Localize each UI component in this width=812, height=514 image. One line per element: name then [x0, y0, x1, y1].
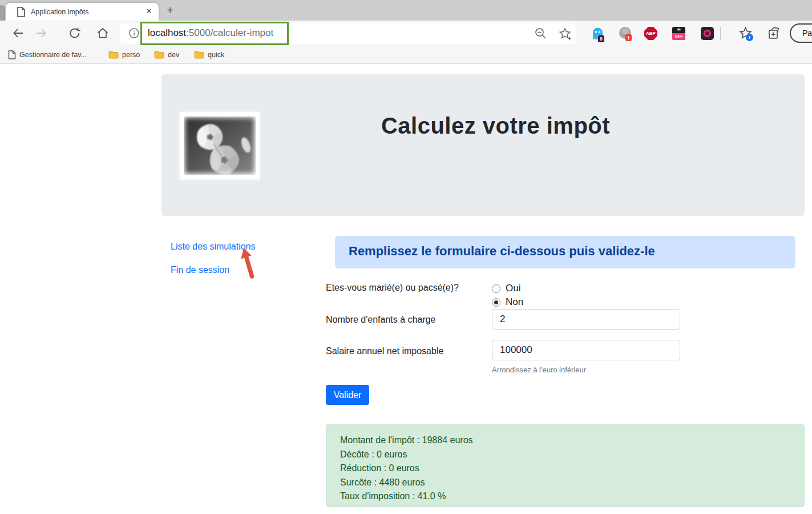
zoom-out-icon[interactable] — [534, 27, 547, 40]
favorites-folder-dev[interactable]: dev — [154, 45, 179, 64]
radio-option-non[interactable]: Non — [492, 296, 523, 308]
page-title: Calculez votre impôt — [187, 113, 805, 139]
favorites-folder-quick[interactable]: quick — [194, 45, 224, 64]
refresh-icon[interactable] — [68, 26, 82, 40]
toolbar-divider — [720, 27, 721, 40]
page-header: Calculez votre impôt — [161, 74, 805, 216]
result-reduction: Réduction : 0 euros — [340, 461, 804, 476]
star-info-icon[interactable]: i — [738, 26, 753, 41]
result-panel: Montant de l'impôt : 19884 euros Décôte … — [326, 424, 805, 507]
valider-button[interactable]: Valider — [326, 385, 369, 405]
star-plus-icon[interactable] — [558, 27, 572, 41]
favorite-label: quick — [208, 51, 224, 59]
favorites-manager-item[interactable]: Gestionnaire de fav... — [8, 45, 87, 64]
abp-icon[interactable]: ABP — [644, 27, 657, 40]
ghostery-badge: 0 — [598, 35, 604, 42]
result-montant: Montant de l'impôt : 19884 euros — [340, 433, 804, 448]
radio-label: Non — [506, 296, 523, 308]
url-host: localhost — [148, 27, 186, 38]
red-arrow-annotation — [235, 246, 256, 279]
salary-input[interactable] — [492, 340, 680, 360]
home-icon[interactable] — [96, 26, 110, 40]
profile-button[interactable]: Pas — [790, 23, 812, 43]
salary-help-text: Arrondissez à l'euro inférieur — [492, 366, 586, 374]
info-alert-text: Remplissez le formulaire ci-dessous puis… — [335, 236, 795, 259]
collections-icon[interactable] — [767, 26, 781, 41]
result-decote: Décôte : 0 euros — [340, 448, 804, 462]
favorite-label: dev — [168, 51, 179, 59]
favorite-label: Gestionnaire de fav... — [19, 51, 87, 59]
back-arrow-icon[interactable] — [11, 26, 25, 40]
nav-link-fin-session[interactable]: Fin de session — [171, 265, 229, 275]
folder-icon — [108, 50, 119, 59]
browser-tab[interactable]: Application impôts ✕ — [6, 3, 159, 21]
result-taux: Taux d'imposition : 41.0 % — [340, 489, 804, 504]
favorite-label: perso — [122, 51, 140, 59]
ghost-icon[interactable]: 0 — [591, 26, 605, 41]
radio-option-oui[interactable]: Oui — [492, 283, 520, 294]
marital-label: Etes-vous marié(e) ou pacsé(e)? — [326, 283, 459, 293]
gray-circle-icon[interactable]: 1 — [619, 26, 632, 39]
radio-icon[interactable] — [492, 298, 500, 307]
forward-arrow-icon — [34, 26, 48, 40]
info-circle-icon[interactable] — [128, 27, 140, 39]
url-text[interactable]: localhost:5000/calculer-impot — [148, 21, 273, 46]
salary-label: Salaire annuel net imposable — [326, 346, 443, 356]
browser-toolbar: localhost:5000/calculer-impot 0 1 ABP ☀ … — [0, 21, 812, 45]
radio-label: Oui — [506, 283, 520, 294]
new-tab-button[interactable]: + — [163, 4, 177, 17]
document-icon — [8, 50, 16, 59]
tab-title: Application impôts — [31, 8, 88, 16]
children-label: Nombre d'enfants à charge — [326, 315, 436, 325]
darkreader-off-icon[interactable]: ☀ OFF — [672, 27, 685, 40]
favorites-bar: Gestionnaire de fav... perso dev quick — [0, 45, 812, 64]
radio-icon[interactable] — [492, 284, 500, 293]
url-path: :5000/calculer-impot — [186, 27, 273, 38]
result-surcote: Surcôte : 4480 euros — [340, 476, 804, 490]
page-content: Calculez votre impôt Liste des simulatio… — [0, 65, 812, 514]
tab-close-icon[interactable]: ✕ — [144, 6, 154, 17]
document-icon — [17, 7, 26, 17]
browser-window: Application impôts ✕ + localhost:5000/ca… — [0, 0, 812, 514]
folder-icon — [154, 50, 164, 59]
info-alert: Remplissez le formulaire ci-dessous puis… — [335, 236, 795, 268]
children-input[interactable] — [492, 309, 680, 330]
record-circle-icon[interactable] — [701, 27, 714, 40]
tab-strip: Application impôts ✕ + — [0, 0, 812, 21]
window-edge-stub — [0, 5, 5, 21]
favorites-folder-perso[interactable]: perso — [108, 45, 140, 64]
blocker-badge: 1 — [625, 34, 632, 41]
folder-icon — [194, 50, 204, 59]
